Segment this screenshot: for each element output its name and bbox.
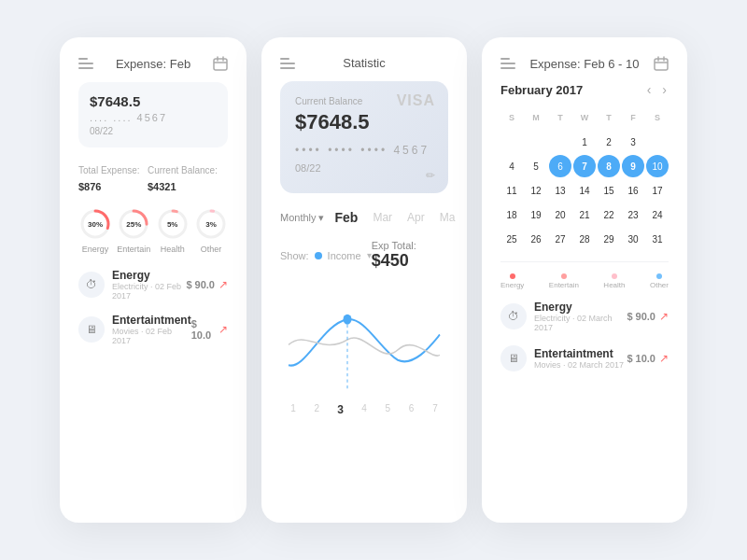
current-balance: Current Balance: $4321 — [148, 161, 228, 194]
cat-energy-label: Energy — [500, 281, 524, 289]
donut-row: 30% Energy 25% Entertain 5% Hea — [78, 207, 228, 254]
cal-cell[interactable]: 1 — [573, 131, 596, 153]
tab-mar[interactable]: Mar — [369, 209, 396, 226]
donut-chart: 3% — [194, 207, 228, 241]
x-3: 3 — [331, 403, 350, 416]
tab-apr[interactable]: Apr — [403, 209, 429, 226]
expense-item: 🖥 Entertaintment Movies · 02 March 2017 … — [500, 345, 669, 371]
cal-cell[interactable]: 25 — [500, 228, 523, 250]
exp-total-label: Exp Total: — [372, 240, 416, 251]
donut-label: Health — [161, 245, 185, 254]
total-expense-value: $876 — [78, 181, 101, 192]
expense-amount: $ 90.0 — [186, 279, 215, 290]
calendar-header: February 2017 ‹ › — [500, 82, 669, 97]
cal-cell[interactable]: 3 — [622, 131, 644, 153]
expense-amount: $ 10.0 — [627, 353, 655, 364]
cal-day-s1: S — [500, 106, 523, 129]
visa-number: •••• •••• •••• 4567 — [295, 144, 433, 157]
expense-amount: $ 90.0 — [627, 311, 655, 322]
cal-week-3: 18 19 20 21 22 23 24 — [500, 203, 669, 226]
cal-cell-6[interactable]: 6 — [549, 155, 571, 177]
left-expense-list: ⏱ Energy Electricity · 02 Feb 2017 $ 90.… — [78, 269, 228, 345]
cal-cell[interactable]: 28 — [573, 228, 596, 250]
cat-entertain: Entertain — [549, 273, 579, 289]
expense-icon: ⏱ — [78, 272, 105, 298]
menu-icon[interactable] — [78, 58, 93, 69]
monthly-dropdown[interactable]: Monthly ▾ — [280, 212, 324, 224]
middle-menu-icon[interactable] — [280, 58, 295, 69]
cal-cell-10[interactable]: 10 — [646, 155, 669, 177]
cal-cell[interactable]: 23 — [622, 203, 644, 226]
expense-name: Entertaintment — [112, 314, 191, 327]
cal-cell[interactable]: 5 — [525, 155, 547, 177]
bank-dots: .... .... 4567 — [90, 112, 217, 123]
bank-amount: $7648.5 — [90, 93, 217, 109]
visa-expiry: 08/22 — [295, 162, 433, 174]
show-label-group: Show: Income ▾ — [280, 250, 372, 261]
cat-energy: Energy — [500, 273, 524, 289]
category-row: Energy Entertain Health Other — [500, 273, 669, 289]
expense-info: Entertaintment Movies · 02 Feb 2017 — [112, 314, 191, 345]
cal-cell[interactable]: 2 — [598, 131, 620, 153]
calendar-icon[interactable] — [213, 56, 228, 71]
chart-x-axis: 1 2 3 4 5 6 7 — [280, 403, 448, 416]
cal-cell[interactable]: 18 — [500, 203, 523, 226]
cal-cell[interactable]: 16 — [622, 179, 644, 202]
cal-cell[interactable]: 14 — [573, 179, 596, 202]
arrow-up-icon: ↗ — [659, 310, 669, 323]
cal-cell[interactable]: 11 — [500, 179, 523, 202]
tab-may[interactable]: Ma — [436, 209, 459, 226]
cal-cell[interactable] — [525, 131, 547, 153]
cal-cell[interactable]: 24 — [646, 203, 669, 226]
right-calendar-icon[interactable] — [654, 56, 669, 71]
next-month-button[interactable]: › — [660, 82, 669, 97]
cal-cell[interactable]: 26 — [525, 228, 547, 250]
cal-cell[interactable] — [549, 131, 571, 153]
donut-percent: 5% — [167, 220, 178, 229]
cal-cell[interactable]: 17 — [646, 179, 669, 202]
cal-cell[interactable]: 19 — [525, 203, 547, 226]
cal-cell-8[interactable]: 8 — [598, 155, 620, 177]
donut-percent: 25% — [126, 220, 141, 229]
current-balance-label: Current Balance: — [148, 165, 218, 175]
totals-row: Total Expense: $876 Current Balance: $43… — [78, 161, 228, 194]
prev-month-button[interactable]: ‹ — [645, 82, 654, 97]
donut-percent: 30% — [88, 220, 103, 229]
cal-cell[interactable]: 27 — [549, 228, 571, 250]
tab-feb[interactable]: Feb — [331, 208, 362, 227]
entertain-dot — [561, 273, 567, 279]
donut-chart: 30% — [78, 207, 112, 241]
expense-sub: Movies · 02 Feb 2017 — [112, 327, 191, 345]
right-expense-list: ⏱ Energy Electricity · 02 March 2017 $ 9… — [500, 301, 669, 371]
expense-sub: Movies · 02 March 2017 — [534, 360, 627, 370]
cal-cell[interactable]: 31 — [646, 228, 669, 250]
cal-cell[interactable] — [500, 131, 523, 153]
cal-cell[interactable]: 29 — [598, 228, 620, 250]
cal-day-f: F — [622, 106, 644, 129]
cal-week-4: 25 26 27 28 29 30 31 — [500, 228, 669, 250]
calendar-month: February 2017 — [500, 83, 583, 97]
x-5: 5 — [378, 403, 397, 416]
expense-name: Entertaintment — [534, 347, 627, 360]
cal-cell[interactable]: 20 — [549, 203, 571, 226]
cal-cell[interactable]: 13 — [549, 179, 571, 202]
income-label: Income — [328, 250, 361, 261]
right-menu-icon[interactable] — [500, 58, 515, 69]
cal-cell[interactable]: 21 — [573, 203, 596, 226]
cal-cell[interactable]: 12 — [525, 179, 547, 202]
total-expense: Total Expense: $876 — [78, 161, 148, 194]
cal-cell[interactable] — [646, 131, 669, 153]
cal-cell-9[interactable]: 9 — [622, 155, 644, 177]
expense-icon: 🖥 — [78, 316, 105, 343]
cat-health: Health — [603, 273, 625, 289]
show-row: Show: Income ▾ Exp Total: $450 — [280, 240, 448, 271]
expense-name: Energy — [112, 269, 186, 282]
cal-cell[interactable]: 4 — [500, 155, 523, 177]
cal-cell[interactable]: 30 — [622, 228, 644, 250]
cal-cell[interactable]: 15 — [598, 179, 620, 202]
expense-info: Energy Electricity · 02 Feb 2017 — [112, 269, 186, 301]
cal-cell-7[interactable]: 7 — [573, 155, 596, 177]
donut-label: Other — [201, 245, 222, 254]
cal-cell[interactable]: 22 — [598, 203, 620, 226]
visa-edit-icon[interactable]: ✏ — [426, 169, 435, 182]
